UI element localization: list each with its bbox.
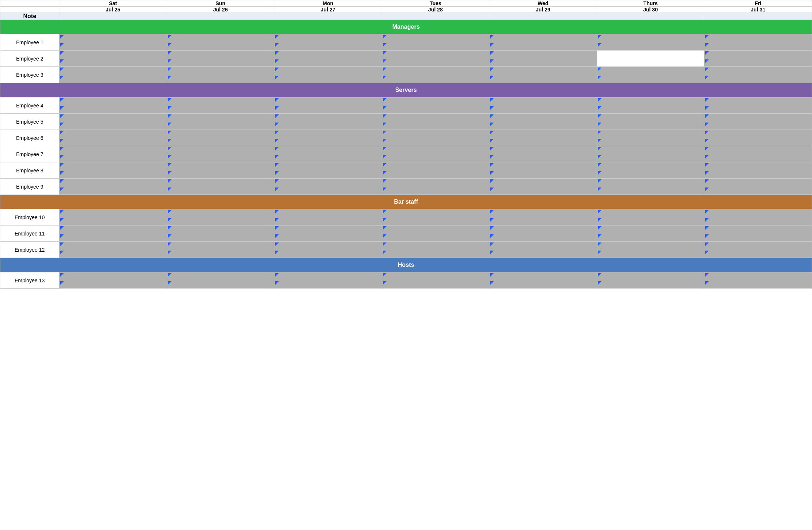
shift-bot-servers-3-d3[interactable] (382, 154, 489, 162)
shift-bot-hosts-0-d1[interactable] (167, 281, 274, 289)
shift-top-barstaff-2-d2[interactable] (274, 242, 382, 250)
shift-bot-servers-0-d6[interactable] (704, 106, 812, 114)
shift-bot-barstaff-0-d2[interactable] (274, 217, 382, 226)
shift-bot-servers-4-d0[interactable] (59, 171, 167, 179)
shift-bot-barstaff-2-d4[interactable] (489, 250, 597, 258)
shift-bot-barstaff-2-d6[interactable] (704, 250, 812, 258)
shift-top-barstaff-1-d2[interactable] (274, 226, 382, 234)
shift-top-managers-0-d5[interactable] (597, 34, 704, 42)
shift-bot-barstaff-1-d6[interactable] (704, 234, 812, 242)
shift-top-hosts-0-d3[interactable] (382, 272, 489, 281)
shift-bot-servers-2-d0[interactable] (59, 138, 167, 146)
shift-top-servers-3-d6[interactable] (704, 146, 812, 154)
shift-bot-servers-0-d0[interactable] (59, 106, 167, 114)
shift-top-servers-3-d3[interactable] (382, 146, 489, 154)
shift-bot-managers-1-d6[interactable] (704, 59, 812, 67)
shift-top-servers-5-d6[interactable] (704, 179, 812, 187)
shift-bot-managers-0-d3[interactable] (382, 42, 489, 51)
shift-top-servers-1-d0[interactable] (59, 114, 167, 122)
shift-top-servers-4-d0[interactable] (59, 162, 167, 171)
shift-bot-servers-3-d2[interactable] (274, 154, 382, 162)
shift-bot-managers-2-d6[interactable] (704, 75, 812, 83)
shift-bot-barstaff-1-d1[interactable] (167, 234, 274, 242)
shift-top-servers-0-d2[interactable] (274, 97, 382, 106)
shift-bot-managers-2-d5[interactable] (597, 75, 704, 83)
shift-top-servers-3-d1[interactable] (167, 146, 274, 154)
shift-bot-hosts-0-d2[interactable] (274, 281, 382, 289)
shift-top-barstaff-2-d0[interactable] (59, 242, 167, 250)
shift-bot-servers-3-d0[interactable] (59, 154, 167, 162)
shift-top-servers-1-d5[interactable] (597, 114, 704, 122)
shift-top-servers-1-d4[interactable] (489, 114, 597, 122)
shift-bot-managers-0-d0[interactable] (59, 42, 167, 51)
shift-top-managers-1-d2[interactable] (274, 51, 382, 59)
shift-bot-barstaff-0-d0[interactable] (59, 217, 167, 226)
shift-top-barstaff-1-d1[interactable] (167, 226, 274, 234)
shift-top-barstaff-2-d6[interactable] (704, 242, 812, 250)
shift-bot-servers-2-d6[interactable] (704, 138, 812, 146)
shift-top-servers-2-d5[interactable] (597, 130, 704, 138)
shift-top-servers-4-d5[interactable] (597, 162, 704, 171)
shift-top-barstaff-2-d5[interactable] (597, 242, 704, 250)
shift-top-managers-2-d4[interactable] (489, 67, 597, 75)
note-fri[interactable] (704, 13, 812, 20)
shift-top-servers-4-d6[interactable] (704, 162, 812, 171)
shift-top-hosts-0-d6[interactable] (704, 272, 812, 281)
shift-top-servers-5-d4[interactable] (489, 179, 597, 187)
shift-bot-servers-3-d5[interactable] (597, 154, 704, 162)
shift-bot-barstaff-0-d1[interactable] (167, 217, 274, 226)
shift-top-servers-5-d0[interactable] (59, 179, 167, 187)
shift-top-barstaff-2-d3[interactable] (382, 242, 489, 250)
shift-bot-barstaff-1-d0[interactable] (59, 234, 167, 242)
shift-bot-managers-2-d4[interactable] (489, 75, 597, 83)
shift-bot-managers-0-d2[interactable] (274, 42, 382, 51)
shift-top-servers-5-d3[interactable] (382, 179, 489, 187)
shift-bot-hosts-0-d0[interactable] (59, 281, 167, 289)
shift-top-servers-2-d6[interactable] (704, 130, 812, 138)
shift-top-barstaff-1-d4[interactable] (489, 226, 597, 234)
shift-top-servers-1-d2[interactable] (274, 114, 382, 122)
shift-top-managers-2-d0[interactable] (59, 67, 167, 75)
shift-top-servers-3-d5[interactable] (597, 146, 704, 154)
shift-top-managers-0-d6[interactable] (704, 34, 812, 42)
shift-top-managers-0-d0[interactable] (59, 34, 167, 42)
shift-top-managers-1-d5[interactable] (597, 51, 704, 59)
shift-bot-servers-3-d1[interactable] (167, 154, 274, 162)
shift-top-servers-5-d1[interactable] (167, 179, 274, 187)
shift-bot-servers-5-d4[interactable] (489, 187, 597, 195)
note-sun[interactable] (167, 13, 274, 20)
shift-top-servers-2-d0[interactable] (59, 130, 167, 138)
shift-top-barstaff-0-d5[interactable] (597, 209, 704, 217)
shift-bot-servers-4-d5[interactable] (597, 171, 704, 179)
shift-bot-servers-5-d2[interactable] (274, 187, 382, 195)
shift-top-barstaff-2-d1[interactable] (167, 242, 274, 250)
shift-top-servers-3-d2[interactable] (274, 146, 382, 154)
shift-bot-servers-2-d4[interactable] (489, 138, 597, 146)
shift-bot-managers-1-d4[interactable] (489, 59, 597, 67)
shift-bot-servers-1-d3[interactable] (382, 122, 489, 130)
shift-bot-managers-1-d5[interactable] (597, 59, 704, 67)
shift-top-hosts-0-d4[interactable] (489, 272, 597, 281)
shift-bot-servers-1-d1[interactable] (167, 122, 274, 130)
shift-top-servers-3-d4[interactable] (489, 146, 597, 154)
shift-bot-managers-0-d1[interactable] (167, 42, 274, 51)
shift-bot-servers-3-d6[interactable] (704, 154, 812, 162)
shift-top-servers-0-d3[interactable] (382, 97, 489, 106)
shift-top-servers-5-d2[interactable] (274, 179, 382, 187)
shift-bot-servers-2-d5[interactable] (597, 138, 704, 146)
note-wed[interactable] (489, 13, 597, 20)
shift-bot-servers-0-d5[interactable] (597, 106, 704, 114)
shift-top-barstaff-1-d5[interactable] (597, 226, 704, 234)
shift-bot-barstaff-0-d5[interactable] (597, 217, 704, 226)
shift-bot-servers-5-d3[interactable] (382, 187, 489, 195)
shift-top-servers-0-d5[interactable] (597, 97, 704, 106)
shift-top-servers-1-d3[interactable] (382, 114, 489, 122)
shift-bot-servers-0-d2[interactable] (274, 106, 382, 114)
shift-top-hosts-0-d1[interactable] (167, 272, 274, 281)
note-thurs[interactable] (597, 13, 704, 20)
shift-top-managers-0-d2[interactable] (274, 34, 382, 42)
shift-bot-managers-0-d4[interactable] (489, 42, 597, 51)
shift-top-servers-1-d1[interactable] (167, 114, 274, 122)
shift-top-servers-2-d1[interactable] (167, 130, 274, 138)
shift-top-managers-1-d0[interactable] (59, 51, 167, 59)
